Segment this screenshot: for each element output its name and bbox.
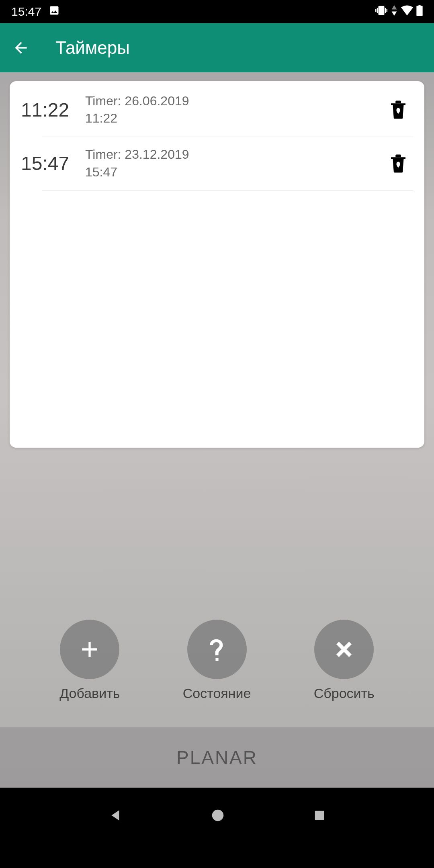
data-icon xyxy=(391,5,398,18)
timer-label-line: Timer: 26.06.2019 xyxy=(85,92,387,110)
circle-home-icon xyxy=(210,808,225,823)
timer-row[interactable]: 11:22 Timer: 26.06.2019 11:22 xyxy=(42,91,413,137)
arrow-back-icon xyxy=(12,39,30,57)
status-right xyxy=(375,4,423,19)
gallery-icon xyxy=(49,5,60,19)
page-title: Таймеры xyxy=(55,38,130,58)
reset-label: Сбросить xyxy=(314,686,375,701)
reset-button[interactable]: Сбросить xyxy=(314,620,375,701)
delete-timer-button[interactable] xyxy=(387,153,409,174)
main-content: 11:22 Timer: 26.06.2019 11:22 15:47 Time… xyxy=(0,72,434,788)
question-icon xyxy=(207,635,227,664)
nav-recent-button[interactable] xyxy=(313,809,326,824)
action-row: Добавить Состояние Сбросить xyxy=(0,620,434,701)
timer-label-line: 11:22 xyxy=(85,110,387,127)
vibrate-icon xyxy=(375,4,387,19)
status-bar: 15:47 xyxy=(0,0,434,23)
back-button[interactable] xyxy=(11,38,31,57)
trash-icon xyxy=(387,99,409,121)
plus-icon xyxy=(77,637,102,662)
trash-icon xyxy=(387,153,409,174)
timers-card: 11:22 Timer: 26.06.2019 11:22 15:47 Time… xyxy=(10,81,424,448)
close-icon xyxy=(333,639,355,660)
brand-bar: PLANAR xyxy=(0,727,434,788)
timer-label-line: 15:47 xyxy=(85,164,387,181)
delete-timer-button[interactable] xyxy=(387,99,409,121)
timer-description: Timer: 23.12.2019 15:47 xyxy=(85,146,387,180)
timer-description: Timer: 26.06.2019 11:22 xyxy=(85,92,387,127)
timer-row[interactable]: 15:47 Timer: 23.12.2019 15:47 xyxy=(42,137,413,190)
navigation-bar xyxy=(0,788,434,845)
svg-rect-1 xyxy=(315,811,324,820)
timer-time: 11:22 xyxy=(21,99,85,121)
status-circle xyxy=(187,620,247,679)
status-button[interactable]: Состояние xyxy=(183,620,251,701)
reset-circle xyxy=(314,620,374,679)
add-label: Добавить xyxy=(59,686,120,701)
square-recent-icon xyxy=(313,809,326,822)
timer-time: 15:47 xyxy=(21,152,85,174)
nav-back-button[interactable] xyxy=(108,808,123,825)
nav-home-button[interactable] xyxy=(210,808,225,825)
battery-icon xyxy=(416,5,423,19)
add-button[interactable]: Добавить xyxy=(59,620,120,701)
wifi-icon xyxy=(401,5,413,18)
status-left: 15:47 xyxy=(11,5,60,19)
svg-point-0 xyxy=(212,810,224,821)
app-bar: Таймеры xyxy=(0,23,434,72)
triangle-back-icon xyxy=(108,808,123,823)
status-time: 15:47 xyxy=(11,5,41,18)
add-circle xyxy=(60,620,119,679)
timer-label-line: Timer: 23.12.2019 xyxy=(85,146,387,163)
status-label: Состояние xyxy=(183,686,251,701)
